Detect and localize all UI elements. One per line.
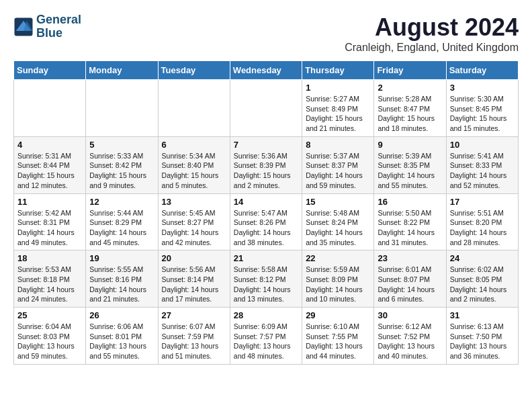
calendar-cell: 15Sunrise: 5:48 AM Sunset: 8:24 PM Dayli… <box>302 193 374 250</box>
day-info: Sunrise: 5:42 AM Sunset: 8:31 PM Dayligh… <box>17 208 82 248</box>
month-year: August 2024 <box>345 13 519 42</box>
calendar-cell: 20Sunrise: 5:56 AM Sunset: 8:14 PM Dayli… <box>158 250 230 308</box>
day-number: 21 <box>234 253 298 263</box>
day-number: 15 <box>306 197 370 207</box>
calendar-header: SundayMondayTuesdayWednesdayThursdayFrid… <box>14 61 519 80</box>
calendar-cell: 21Sunrise: 5:58 AM Sunset: 8:12 PM Dayli… <box>230 250 302 308</box>
day-info: Sunrise: 5:58 AM Sunset: 8:12 PM Dayligh… <box>234 265 298 304</box>
day-info: Sunrise: 5:34 AM Sunset: 8:40 PM Dayligh… <box>162 151 226 191</box>
day-number: 12 <box>89 197 154 207</box>
day-info: Sunrise: 6:04 AM Sunset: 8:03 PM Dayligh… <box>17 322 82 361</box>
day-number: 5 <box>89 140 154 150</box>
calendar-cell: 5Sunrise: 5:33 AM Sunset: 8:42 PM Daylig… <box>86 136 158 193</box>
calendar-cell: 12Sunrise: 5:44 AM Sunset: 8:29 PM Dayli… <box>86 193 158 250</box>
day-number: 16 <box>378 197 442 207</box>
calendar-cell: 16Sunrise: 5:50 AM Sunset: 8:22 PM Dayli… <box>374 193 446 250</box>
calendar-cell <box>230 80 302 137</box>
calendar-cell: 2Sunrise: 5:28 AM Sunset: 8:47 PM Daylig… <box>374 80 446 137</box>
day-info: Sunrise: 5:37 AM Sunset: 8:37 PM Dayligh… <box>306 151 370 191</box>
calendar-cell: 8Sunrise: 5:37 AM Sunset: 8:37 PM Daylig… <box>302 136 374 193</box>
day-number: 17 <box>450 197 515 207</box>
day-number: 9 <box>378 140 442 150</box>
day-number: 27 <box>162 310 226 320</box>
day-number: 18 <box>17 253 82 263</box>
day-number: 31 <box>450 310 515 320</box>
day-info: Sunrise: 5:51 AM Sunset: 8:20 PM Dayligh… <box>450 208 515 248</box>
day-info: Sunrise: 5:48 AM Sunset: 8:24 PM Dayligh… <box>306 208 370 248</box>
calendar-cell: 29Sunrise: 6:10 AM Sunset: 7:55 PM Dayli… <box>302 308 374 365</box>
calendar-cell: 28Sunrise: 6:09 AM Sunset: 7:57 PM Dayli… <box>230 308 302 365</box>
day-info: Sunrise: 6:13 AM Sunset: 7:50 PM Dayligh… <box>450 322 515 361</box>
day-info: Sunrise: 5:44 AM Sunset: 8:29 PM Dayligh… <box>89 208 154 248</box>
calendar-cell: 11Sunrise: 5:42 AM Sunset: 8:31 PM Dayli… <box>14 193 86 250</box>
page-header: General Blue August 2024 Cranleigh, Engl… <box>13 13 519 54</box>
day-number: 22 <box>306 253 370 263</box>
day-info: Sunrise: 5:50 AM Sunset: 8:22 PM Dayligh… <box>378 208 442 248</box>
calendar-cell: 14Sunrise: 5:47 AM Sunset: 8:26 PM Dayli… <box>230 193 302 250</box>
calendar-cell: 27Sunrise: 6:07 AM Sunset: 7:59 PM Dayli… <box>158 308 230 365</box>
day-number: 7 <box>234 140 298 150</box>
day-number: 10 <box>450 140 515 150</box>
title-block: August 2024 Cranleigh, England, United K… <box>345 13 519 54</box>
day-info: Sunrise: 6:01 AM Sunset: 8:07 PM Dayligh… <box>378 265 442 304</box>
header-day: Tuesday <box>158 61 230 80</box>
calendar-cell: 25Sunrise: 6:04 AM Sunset: 8:03 PM Dayli… <box>14 308 86 365</box>
header-day: Thursday <box>302 61 374 80</box>
calendar-cell: 6Sunrise: 5:34 AM Sunset: 8:40 PM Daylig… <box>158 136 230 193</box>
day-number: 2 <box>378 83 442 93</box>
calendar-cell: 18Sunrise: 5:53 AM Sunset: 8:18 PM Dayli… <box>14 250 86 308</box>
day-info: Sunrise: 5:36 AM Sunset: 8:39 PM Dayligh… <box>234 151 298 191</box>
day-number: 6 <box>162 140 226 150</box>
day-info: Sunrise: 5:53 AM Sunset: 8:18 PM Dayligh… <box>17 265 82 304</box>
day-number: 29 <box>306 310 370 320</box>
calendar-cell: 4Sunrise: 5:31 AM Sunset: 8:44 PM Daylig… <box>14 136 86 193</box>
day-info: Sunrise: 5:30 AM Sunset: 8:45 PM Dayligh… <box>450 94 515 134</box>
day-info: Sunrise: 5:27 AM Sunset: 8:49 PM Dayligh… <box>306 94 370 134</box>
location: Cranleigh, England, United Kingdom <box>345 42 519 54</box>
day-number: 14 <box>234 197 298 207</box>
calendar-cell: 24Sunrise: 6:02 AM Sunset: 8:05 PM Dayli… <box>446 250 518 308</box>
logo: General Blue <box>13 13 81 40</box>
day-info: Sunrise: 5:55 AM Sunset: 8:16 PM Dayligh… <box>89 265 154 304</box>
day-info: Sunrise: 5:28 AM Sunset: 8:47 PM Dayligh… <box>378 94 442 134</box>
day-number: 19 <box>89 253 154 263</box>
day-info: Sunrise: 6:02 AM Sunset: 8:05 PM Dayligh… <box>450 265 515 304</box>
calendar-cell: 13Sunrise: 5:45 AM Sunset: 8:27 PM Dayli… <box>158 193 230 250</box>
day-number: 25 <box>17 310 82 320</box>
day-number: 30 <box>378 310 442 320</box>
calendar-cell: 22Sunrise: 5:59 AM Sunset: 8:09 PM Dayli… <box>302 250 374 308</box>
day-info: Sunrise: 6:09 AM Sunset: 7:57 PM Dayligh… <box>234 322 298 361</box>
calendar-cell: 17Sunrise: 5:51 AM Sunset: 8:20 PM Dayli… <box>446 193 518 250</box>
calendar-cell: 26Sunrise: 6:06 AM Sunset: 8:01 PM Dayli… <box>86 308 158 365</box>
header-day: Friday <box>374 61 446 80</box>
calendar-cell <box>14 80 86 137</box>
calendar-cell: 23Sunrise: 6:01 AM Sunset: 8:07 PM Dayli… <box>374 250 446 308</box>
day-number: 1 <box>306 83 370 93</box>
calendar-week: 4Sunrise: 5:31 AM Sunset: 8:44 PM Daylig… <box>14 136 519 193</box>
day-number: 24 <box>450 253 515 263</box>
day-number: 23 <box>378 253 442 263</box>
day-info: Sunrise: 5:33 AM Sunset: 8:42 PM Dayligh… <box>89 151 154 191</box>
day-number: 4 <box>17 140 82 150</box>
day-number: 3 <box>450 83 515 93</box>
calendar-cell: 19Sunrise: 5:55 AM Sunset: 8:16 PM Dayli… <box>86 250 158 308</box>
header-day: Monday <box>86 61 158 80</box>
calendar-cell: 10Sunrise: 5:41 AM Sunset: 8:33 PM Dayli… <box>446 136 518 193</box>
day-info: Sunrise: 5:31 AM Sunset: 8:44 PM Dayligh… <box>17 151 82 191</box>
calendar-week: 11Sunrise: 5:42 AM Sunset: 8:31 PM Dayli… <box>14 193 519 250</box>
calendar-body: 1Sunrise: 5:27 AM Sunset: 8:49 PM Daylig… <box>14 80 519 365</box>
day-number: 28 <box>234 310 298 320</box>
calendar-cell: 3Sunrise: 5:30 AM Sunset: 8:45 PM Daylig… <box>446 80 518 137</box>
header-day: Saturday <box>446 61 518 80</box>
header-row: SundayMondayTuesdayWednesdayThursdayFrid… <box>14 61 519 80</box>
calendar-week: 25Sunrise: 6:04 AM Sunset: 8:03 PM Dayli… <box>14 308 519 365</box>
logo-icon <box>13 17 34 37</box>
day-info: Sunrise: 6:07 AM Sunset: 7:59 PM Dayligh… <box>162 322 226 361</box>
calendar-week: 1Sunrise: 5:27 AM Sunset: 8:49 PM Daylig… <box>14 80 519 137</box>
day-info: Sunrise: 6:12 AM Sunset: 7:52 PM Dayligh… <box>378 322 442 361</box>
header-day: Sunday <box>14 61 86 80</box>
day-info: Sunrise: 5:56 AM Sunset: 8:14 PM Dayligh… <box>162 265 226 304</box>
calendar-cell: 7Sunrise: 5:36 AM Sunset: 8:39 PM Daylig… <box>230 136 302 193</box>
day-info: Sunrise: 5:45 AM Sunset: 8:27 PM Dayligh… <box>162 208 226 248</box>
day-info: Sunrise: 6:06 AM Sunset: 8:01 PM Dayligh… <box>89 322 154 361</box>
